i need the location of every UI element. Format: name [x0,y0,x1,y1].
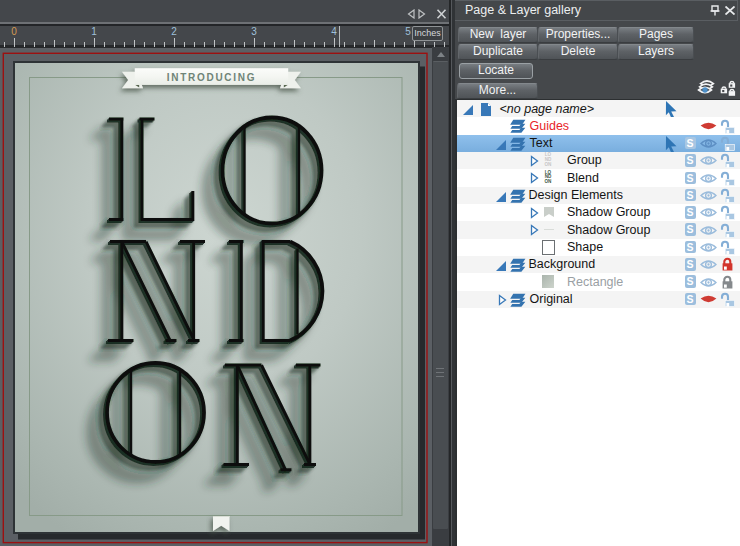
svg-text:INTRODUCING: INTRODUCING [167,72,256,83]
